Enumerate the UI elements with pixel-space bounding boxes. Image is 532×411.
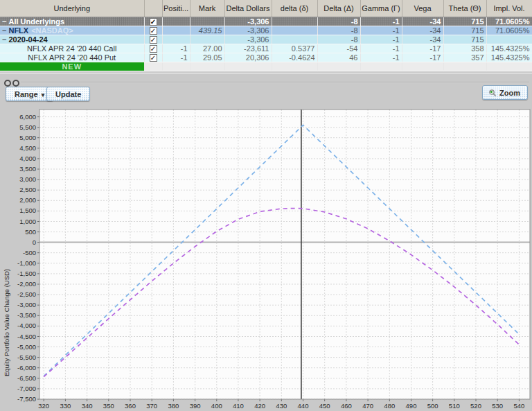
delta_dollars-value: -3,306 [224, 26, 272, 35]
row-checkbox[interactable]: ✓ [150, 18, 157, 26]
svg-text:-5,500: -5,500 [17, 353, 36, 361]
risk-profile-chart[interactable]: 6,0005,5005,0004,5004,0003,5003,0002,500… [0, 105, 532, 411]
column-header-gamma[interactable]: Gamma (Γ) [360, 0, 402, 17]
svg-text:530: 530 [492, 402, 503, 410]
checkbox-cell [144, 62, 162, 71]
mark-value: 439.15 [190, 26, 224, 35]
svg-text:-2,500: -2,500 [17, 290, 36, 298]
delta_dollars-value [224, 62, 272, 71]
svg-text:320: 320 [38, 402, 49, 410]
position-value: -1 [162, 44, 190, 53]
column-header-position[interactable]: Positi... [162, 0, 190, 17]
svg-text:5,500: 5,500 [19, 123, 36, 131]
svg-text:540: 540 [513, 402, 524, 410]
divider-expand-icon[interactable] [12, 80, 19, 87]
checkbox-cell: ✓ [144, 35, 162, 44]
delta_dollars-value: -23,611 [224, 44, 272, 53]
svg-text:-6,000: -6,000 [17, 364, 36, 371]
svg-text:450: 450 [319, 402, 330, 410]
vega-value: -34 [402, 26, 443, 35]
svg-text:-4,000: -4,000 [17, 322, 36, 329]
panel-divider[interactable] [21, 82, 529, 83]
collapse-icon[interactable]: − [2, 26, 6, 35]
theta-value: 715 [443, 17, 486, 26]
svg-text:360: 360 [125, 402, 136, 410]
svg-text:510: 510 [449, 402, 460, 410]
svg-text:1,000: 1,000 [19, 218, 36, 225]
delta_cap-value [317, 62, 360, 71]
column-header-impl_vol[interactable]: Impl. Vol. [486, 0, 532, 17]
row-checkbox[interactable]: ✓ [150, 54, 157, 62]
delta_small-value: 0.5377 [272, 44, 317, 53]
svg-text:390: 390 [190, 402, 201, 410]
table-row-new[interactable]: NEW [0, 62, 532, 71]
underlying-label: NFLX APR 24 '20 440 Call [27, 44, 116, 53]
theta-value: 715 [443, 26, 486, 35]
underlying-cell: −All Underlyings [0, 17, 144, 26]
underlying-label: All Underlyings [8, 17, 64, 26]
underlying-label: NFLX [8, 26, 28, 35]
vega-value [402, 62, 443, 71]
column-header-delta_small[interactable]: delta (δ) [272, 0, 317, 17]
delta_dollars-value: -3,306 [224, 35, 272, 44]
row-checkbox[interactable]: ✓ [150, 45, 157, 53]
svg-text:0: 0 [33, 238, 36, 246]
position-value [162, 62, 190, 71]
column-header-delta_dollars[interactable]: Delta Dollars [224, 0, 272, 17]
table-row-group[interactable]: −2020-04-24✓-3,306-8-1-34715 [0, 35, 532, 44]
update-button[interactable]: Update [46, 87, 90, 101]
table-header-row: UnderlyingPositi...MarkDelta Dollarsdelt… [0, 0, 532, 17]
zoom-button-label: Zoom [499, 89, 520, 97]
impl_vol-value [486, 35, 532, 44]
row-checkbox[interactable]: ✓ [150, 27, 157, 35]
position-value [162, 35, 190, 44]
magnifier-icon [488, 89, 497, 97]
column-header-enabled[interactable] [144, 0, 162, 17]
svg-text:-2,000: -2,000 [17, 280, 36, 288]
theta-value: 357 [443, 53, 486, 62]
column-header-mark[interactable]: Mark [190, 0, 224, 17]
delta_small-value [272, 26, 317, 35]
row-checkbox[interactable]: ✓ [150, 36, 157, 44]
underlying-cell: NFLX APR 24 '20 440 Call [0, 44, 144, 53]
svg-text:-5,000: -5,000 [17, 343, 36, 351]
collapse-icon[interactable]: − [2, 17, 6, 26]
impl_vol-value: 145.4325% [486, 53, 532, 62]
svg-text:500: 500 [25, 228, 36, 236]
svg-text:-500: -500 [23, 249, 36, 256]
svg-text:490: 490 [406, 402, 417, 410]
impl_vol-value: 71.0605% [486, 17, 532, 26]
underlying-cell: NEW [0, 62, 144, 71]
svg-text:420: 420 [254, 402, 265, 410]
zoom-button[interactable]: Zoom [482, 85, 528, 100]
svg-text:5,000: 5,000 [19, 134, 36, 141]
svg-text:440: 440 [298, 402, 309, 410]
column-header-underlying[interactable]: Underlying [0, 0, 144, 17]
delta_cap-value: -8 [317, 26, 360, 35]
gamma-value: -1 [360, 44, 402, 53]
svg-text:330: 330 [60, 402, 71, 410]
svg-text:430: 430 [276, 402, 287, 410]
svg-text:520: 520 [470, 402, 481, 410]
theta-value [443, 62, 486, 71]
mark-value [190, 35, 224, 44]
column-header-delta_cap[interactable]: Delta (Δ) [317, 0, 360, 17]
column-header-theta[interactable]: Theta (Θ) [443, 0, 486, 17]
table-row-group[interactable]: −NFLX<NASDAQ>✓439.15-3,306-8-1-3471571.0… [0, 26, 532, 35]
table-row-option[interactable]: NFLX APR 24 '20 440 Put✓-129.0520,306-0.… [0, 53, 532, 62]
column-header-vega[interactable]: Vega [402, 0, 443, 17]
svg-text:460: 460 [341, 402, 352, 410]
svg-text:4,500: 4,500 [19, 144, 36, 152]
position-value [162, 26, 190, 35]
divider-collapse-icon[interactable] [4, 80, 11, 87]
collapse-icon[interactable]: − [2, 35, 6, 44]
gamma-value: -1 [360, 17, 402, 26]
svg-text:-1,000: -1,000 [17, 259, 36, 267]
svg-text:6,000: 6,000 [19, 113, 36, 121]
exchange-label: <NASDAQ> [31, 26, 73, 35]
svg-text:380: 380 [168, 402, 179, 410]
table-row-group[interactable]: −All Underlyings✓-3,306-8-1-3471571.0605… [0, 17, 532, 26]
table-row-option[interactable]: NFLX APR 24 '20 440 Call✓-127.00-23,6110… [0, 44, 532, 53]
svg-text:4,000: 4,000 [19, 155, 36, 162]
impl_vol-value: 71.0605% [486, 26, 532, 35]
